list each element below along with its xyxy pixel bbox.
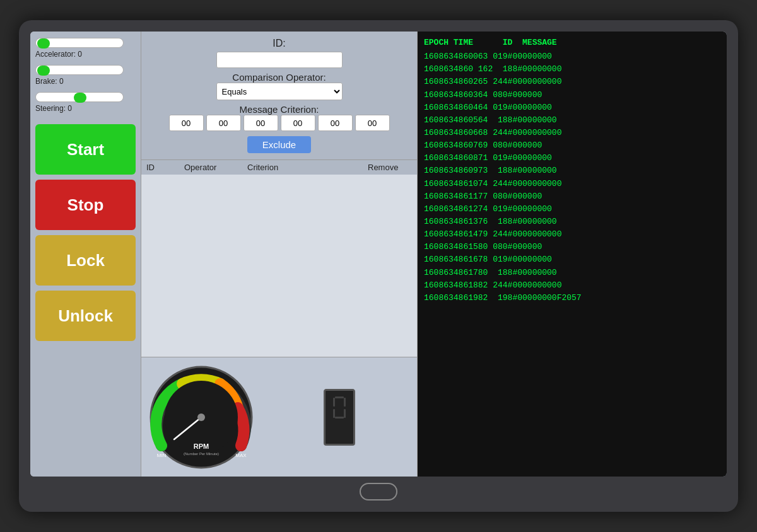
log-entries: 1608634860063 019#000000001608634860 162… [424, 50, 720, 304]
criterion-field-2[interactable] [244, 115, 278, 131]
svg-text:MIN: MIN [157, 453, 167, 458]
log-header: EPOCH TIME ID MESSAGE [424, 37, 720, 49]
log-entry: 1608634861780 188#00000000 [424, 267, 720, 279]
accelerator-label: Accelerator: 0 [35, 50, 82, 59]
log-entry: 1608634861479 244#0000000000 [424, 228, 720, 241]
accelerator-thumb [37, 38, 50, 49]
comparison-op-select[interactable]: Equals Not Equals Less Than Greater Than [216, 83, 343, 100]
log-entry: 1608634861678 019#00000000 [424, 253, 720, 266]
filter-section: ID: Comparison Operator: Equals Not Equa… [141, 32, 417, 159]
brake-group: Brake: 0 [35, 65, 136, 86]
device-frame: Accelerator: 0 Brake: 0 Steering: 0 Star… [19, 20, 738, 512]
svg-text:MAX: MAX [235, 453, 247, 458]
log-entry: 1608634861882 244#0000000000 [424, 279, 720, 292]
svg-rect-9 [344, 398, 346, 407]
log-entry: 1608634860364 080#000000 [424, 89, 720, 101]
log-entry: 1608634860769 080#000000 [424, 139, 720, 152]
criterion-field-0[interactable] [169, 115, 204, 131]
comparison-op-section: Comparison Operator: Equals Not Equals L… [149, 72, 409, 100]
stop-button[interactable]: Stop [35, 180, 136, 230]
log-entry: 1608634860 162 188#00000000 [424, 63, 720, 76]
log-entry: 1608634860265 244#0000000000 [424, 76, 720, 88]
col-header-id: ID [146, 163, 184, 172]
col-header-operator: Operator [184, 163, 247, 172]
log-entry: 1608634860464 019#00000000 [424, 101, 720, 114]
brake-thumb [37, 66, 50, 76]
criterion-field-4[interactable] [318, 115, 353, 131]
middle-bottom: MIN MAX RPM (Number Per Minute) [141, 357, 417, 477]
lock-button[interactable]: Lock [35, 235, 136, 286]
left-panel: Accelerator: 0 Brake: 0 Steering: 0 Star… [30, 32, 141, 477]
svg-text:(Number Per Minute): (Number Per Minute) [184, 452, 219, 456]
message-criterion-label: Message Criterion: [149, 104, 409, 115]
col-header-remove: Remove [368, 163, 412, 172]
log-entry: 1608634860973 188#00000000 [424, 165, 720, 177]
message-criterion-section: Message Criterion: [149, 104, 409, 131]
svg-rect-11 [335, 417, 344, 419]
log-entry: 1608634860564 188#00000000 [424, 114, 720, 127]
log-entry: 1608634861982 198#00000000F2057 [424, 292, 720, 304]
id-input[interactable] [216, 52, 343, 68]
steering-label: Steering: 0 [35, 104, 72, 113]
brake-slider[interactable] [35, 65, 124, 75]
log-entry: 1608634860063 019#00000000 [424, 50, 720, 63]
id-row: ID: [149, 38, 409, 68]
criterion-field-5[interactable] [355, 115, 390, 131]
criterion-field-3[interactable] [281, 115, 315, 131]
digit-box [324, 389, 355, 446]
log-entry: 1608634860668 244#0000000000 [424, 127, 720, 139]
seven-segment [330, 395, 349, 439]
start-button[interactable]: Start [35, 124, 136, 175]
svg-rect-12 [333, 409, 335, 418]
exclude-row: Exclude [149, 135, 409, 153]
filter-table-header: ID Operator Criterion Remove [141, 159, 417, 175]
middle-panel: ID: Comparison Operator: Equals Not Equa… [141, 32, 418, 477]
criterion-inputs [149, 115, 409, 131]
accelerator-group: Accelerator: 0 [35, 38, 136, 59]
log-entry: 1608634861376 188#00000000 [424, 216, 720, 228]
log-entry: 1608634861074 244#0000000000 [424, 178, 720, 190]
home-button[interactable] [360, 483, 397, 500]
id-label: ID: [273, 38, 285, 49]
log-entry: 1608634861274 019#00000000 [424, 203, 720, 216]
brake-label: Brake: 0 [35, 77, 64, 86]
accelerator-slider[interactable] [35, 38, 124, 48]
steering-slider[interactable] [35, 92, 124, 102]
svg-rect-13 [333, 398, 335, 407]
rpm-gauge: MIN MAX RPM (Number Per Minute) [148, 364, 255, 471]
unlock-button[interactable]: Unlock [35, 291, 136, 341]
exclude-button[interactable]: Exclude [247, 136, 311, 153]
col-header-criterion: Criterion [247, 163, 368, 172]
screen: Accelerator: 0 Brake: 0 Steering: 0 Star… [30, 32, 727, 477]
can-log-panel[interactable]: EPOCH TIME ID MESSAGE 1608634860063 019#… [418, 32, 727, 477]
log-entry: 1608634861580 080#000000 [424, 241, 720, 253]
steering-group: Steering: 0 [35, 92, 136, 113]
svg-text:RPM: RPM [194, 442, 209, 450]
gauge-container: MIN MAX RPM (Number Per Minute) [141, 357, 261, 477]
comparison-op-label: Comparison Operator: [149, 72, 409, 83]
svg-point-3 [197, 413, 205, 421]
log-entry: 1608634860871 019#00000000 [424, 152, 720, 165]
criterion-field-1[interactable] [206, 115, 241, 131]
filter-table-body [141, 175, 417, 357]
digital-display [261, 357, 417, 477]
svg-rect-10 [344, 409, 346, 418]
steering-thumb [74, 93, 86, 103]
svg-rect-8 [335, 396, 344, 398]
log-entry: 1608634861177 080#000000 [424, 190, 720, 203]
